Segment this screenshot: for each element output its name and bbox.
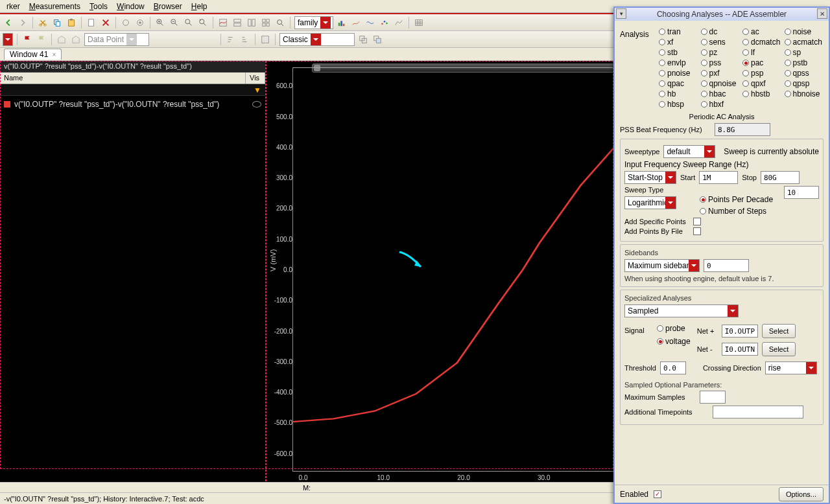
analysis-acmatch[interactable]: acmatch	[785, 38, 824, 47]
sideband-value-input[interactable]	[704, 259, 749, 272]
menu-measurements[interactable]: Measurements	[25, 1, 84, 12]
family-dropdown[interactable]: family	[294, 16, 333, 29]
chart2-icon[interactable]	[350, 17, 362, 29]
analysis-pz[interactable]: pz	[701, 48, 741, 57]
netn-input[interactable]	[722, 343, 758, 356]
delete-icon[interactable]	[100, 17, 112, 29]
analysis-qpsp[interactable]: qpsp	[785, 79, 824, 88]
analysis-sp[interactable]: sp	[785, 48, 824, 57]
chart5-icon[interactable]	[393, 17, 405, 29]
netp-input[interactable]	[722, 325, 758, 338]
style-dropdown[interactable]: Classic	[279, 33, 355, 46]
options-button[interactable]: Options...	[779, 487, 824, 501]
analysis-sens[interactable]: sens	[701, 38, 741, 47]
analysis-qpac[interactable]: qpac	[659, 79, 698, 88]
analysis-hbsp[interactable]: hbsp	[659, 100, 698, 109]
analysis-envlp[interactable]: envlp	[659, 58, 698, 67]
analysis-noise[interactable]: noise	[785, 27, 824, 36]
trace-add-icon[interactable]	[217, 17, 229, 29]
add-by-file-checkbox[interactable]	[693, 227, 701, 235]
analysis-ac[interactable]: ac	[742, 27, 782, 36]
sideband-mode-dropdown[interactable]: Maximum sideband	[624, 259, 700, 272]
flag-red-icon[interactable]	[21, 34, 33, 45]
chart3-icon[interactable]	[364, 17, 376, 29]
ppd-input[interactable]	[784, 186, 819, 199]
sort-asc-icon[interactable]	[225, 34, 237, 45]
trace-row[interactable]: v("I0.OUTP" ?result "pss_td")-v("I0.OUTN…	[4, 98, 261, 110]
tab-window41[interactable]: Window 41 ×	[4, 49, 62, 60]
analysis-lf[interactable]: lf	[742, 48, 782, 57]
analysis-psp[interactable]: psp	[742, 69, 782, 78]
analysis-hbxf[interactable]: hbxf	[701, 100, 741, 109]
voltage-radio[interactable]: voltage	[657, 337, 691, 346]
new-icon[interactable]	[86, 17, 97, 29]
filter-icon[interactable]: ▼	[254, 86, 261, 95]
analysis-pstb[interactable]: pstb	[785, 58, 824, 67]
dialog-titlebar[interactable]: ▾ Choosing Analyses -- ADE Assembler ✕	[615, 8, 829, 21]
zoom-fit-icon[interactable]	[183, 17, 195, 29]
zoom-in-icon[interactable]	[154, 17, 166, 29]
datapoint-dropdown[interactable]: Data Point	[84, 33, 149, 46]
analysis-dc[interactable]: dc	[701, 27, 741, 36]
menu-browser[interactable]: Browser	[150, 1, 186, 12]
analysis-stb[interactable]: stb	[659, 48, 698, 57]
max-samples-input[interactable]	[700, 391, 726, 404]
sort-desc-icon[interactable]	[239, 34, 251, 45]
enabled-checkbox[interactable]	[654, 490, 661, 498]
copy-icon[interactable]	[51, 17, 63, 29]
analysis-pss[interactable]: pss	[701, 58, 741, 67]
zoom-find-icon[interactable]	[274, 17, 286, 29]
col-name[interactable]: Name	[0, 73, 246, 84]
cut-icon[interactable]	[37, 17, 49, 29]
range-mode-dropdown[interactable]: Start-Stop	[624, 171, 676, 184]
paste-icon[interactable]	[65, 17, 77, 29]
netn-select-button[interactable]: Select	[762, 342, 796, 356]
left-dropdown[interactable]	[3, 33, 13, 46]
start-input[interactable]	[699, 171, 738, 184]
analysis-xf[interactable]: xf	[659, 38, 698, 47]
analysis-hbac[interactable]: hbac	[701, 89, 741, 98]
zoom-out-icon[interactable]	[169, 17, 180, 29]
back-icon[interactable]	[3, 17, 14, 29]
analysis-dcmatch[interactable]: dcmatch	[742, 38, 782, 47]
tag1-icon[interactable]	[56, 34, 67, 45]
chart4-icon[interactable]	[379, 17, 390, 29]
analysis-pnoise[interactable]: pnoise	[659, 69, 698, 78]
menu-tools[interactable]: Tools	[86, 1, 112, 12]
circle1-icon[interactable]	[120, 17, 132, 29]
split-v-icon[interactable]	[246, 17, 257, 29]
analysis-hbstb[interactable]: hbstb	[742, 89, 782, 98]
analysis-qpss[interactable]: qpss	[785, 69, 824, 78]
analysis-qpxf[interactable]: qpxf	[742, 79, 782, 88]
analysis-tran[interactable]: tran	[659, 27, 698, 36]
analysis-qpnoise[interactable]: qpnoise	[701, 79, 741, 88]
stop-input[interactable]	[761, 171, 800, 184]
analysis-hbnoise[interactable]: hbnoise	[785, 89, 824, 98]
menu-rker[interactable]: rker	[3, 1, 24, 12]
tile-icon[interactable]	[260, 17, 272, 29]
chart1-icon[interactable]	[336, 17, 348, 29]
grid-icon[interactable]	[259, 34, 271, 45]
number-of-steps-radio[interactable]: Number of Steps	[700, 207, 773, 216]
flag-yellow-icon[interactable]	[36, 34, 47, 45]
circle2-icon[interactable]	[134, 17, 146, 29]
fwd-icon[interactable]	[17, 17, 29, 29]
add-specific-checkbox[interactable]	[693, 218, 701, 225]
points-per-decade-radio[interactable]: Points Per Decade	[700, 195, 773, 204]
add-timepoints-input[interactable]	[713, 406, 803, 418]
dup2-icon[interactable]	[372, 34, 383, 45]
tag2-icon[interactable]	[70, 34, 82, 45]
visibility-icon[interactable]	[252, 101, 261, 108]
sweep-type-dropdown[interactable]: Logarithmic	[624, 196, 676, 209]
threshold-input[interactable]	[660, 361, 686, 374]
split-h-icon[interactable]	[231, 17, 243, 29]
specialized-dropdown[interactable]: Sampled	[624, 304, 739, 317]
close-icon[interactable]: ×	[52, 51, 56, 58]
probe-radio[interactable]: probe	[657, 324, 691, 333]
close-icon[interactable]: ✕	[817, 8, 827, 19]
analysis-hb[interactable]: hb	[659, 89, 698, 98]
col-vis[interactable]: Vis	[246, 73, 265, 84]
crossdir-dropdown[interactable]: rise	[765, 361, 817, 374]
analysis-pac[interactable]: pac	[742, 58, 782, 67]
netp-select-button[interactable]: Select	[762, 324, 796, 338]
